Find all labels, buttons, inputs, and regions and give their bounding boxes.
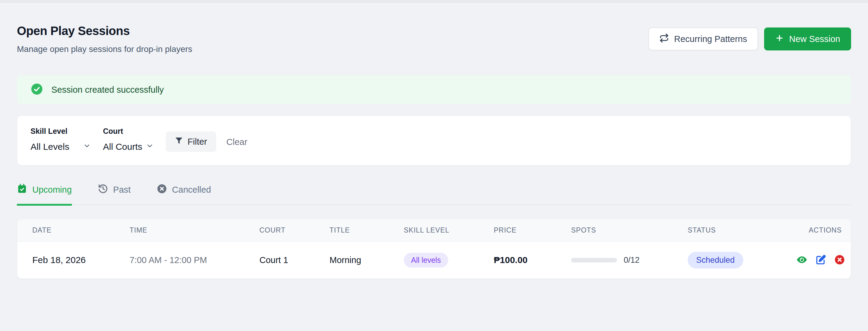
column-header-status: STATUS <box>688 226 797 234</box>
tab-cancelled-label: Cancelled <box>172 185 211 195</box>
spots-count: 0/12 <box>624 255 640 265</box>
main-content: Open Play Sessions Manage open play sess… <box>0 3 868 279</box>
session-tabs: Upcoming Past Cancelled <box>17 184 851 205</box>
court-label: Court <box>103 127 154 136</box>
court-field: Court All Courts <box>103 127 154 152</box>
cell-time: 7:00 AM - 12:00 PM <box>130 255 259 265</box>
court-value: All Courts <box>103 142 142 152</box>
recurring-patterns-label: Recurring Patterns <box>674 34 747 44</box>
spots-progress-bar <box>571 258 617 263</box>
tab-past[interactable]: Past <box>98 184 131 205</box>
table-row: Feb 18, 2026 7:00 AM - 12:00 PM Court 1 … <box>17 242 851 278</box>
calendar-check-icon <box>17 184 27 196</box>
table-header-row: DATE TIME COURT TITLE SKILL LEVEL PRICE … <box>17 219 851 242</box>
skill-level-value: All Levels <box>31 142 69 152</box>
clear-filters-link[interactable]: Clear <box>226 137 247 147</box>
skill-level-select[interactable]: All Levels <box>31 142 91 152</box>
skill-level-badge: All levels <box>404 253 448 268</box>
cell-title: Morning <box>330 255 404 265</box>
x-circle-icon <box>157 184 167 196</box>
column-header-actions: ACTIONS <box>797 226 842 234</box>
page-title: Open Play Sessions <box>17 24 192 38</box>
cancel-session-button[interactable] <box>835 254 845 266</box>
tab-upcoming-label: Upcoming <box>32 185 72 195</box>
history-icon <box>98 184 108 196</box>
cell-court: Court 1 <box>259 255 330 265</box>
tab-past-label: Past <box>113 185 131 195</box>
cell-actions <box>797 254 845 266</box>
skill-level-field: Skill Level All Levels <box>31 127 91 152</box>
new-session-label: New Session <box>789 34 840 44</box>
x-circle-red-icon <box>835 254 845 266</box>
chevron-down-icon <box>83 142 91 152</box>
eye-icon <box>797 254 807 266</box>
repeat-icon <box>659 33 669 45</box>
cell-price: ₱100.00 <box>494 255 571 265</box>
chevron-down-icon <box>146 142 154 152</box>
column-header-time: TIME <box>130 226 259 234</box>
funnel-icon <box>175 137 183 147</box>
tab-upcoming[interactable]: Upcoming <box>17 184 72 205</box>
column-header-date: DATE <box>32 226 130 234</box>
column-header-spots: SPOTS <box>571 226 688 234</box>
skill-level-label: Skill Level <box>31 127 91 136</box>
check-circle-icon <box>31 83 43 96</box>
alert-message: Session created successfully <box>51 85 164 95</box>
filter-button[interactable]: Filter <box>166 131 216 152</box>
column-header-skill-level: SKILL LEVEL <box>404 226 494 234</box>
status-badge: Scheduled <box>688 252 743 269</box>
cell-date: Feb 18, 2026 <box>32 255 130 265</box>
page-header-text: Open Play Sessions Manage open play sess… <box>17 24 192 54</box>
sessions-table: DATE TIME COURT TITLE SKILL LEVEL PRICE … <box>17 219 851 279</box>
edit-icon <box>816 254 826 266</box>
header-actions: Recurring Patterns New Session <box>648 28 851 51</box>
plus-icon <box>775 33 784 45</box>
column-header-price: PRICE <box>494 226 571 234</box>
recurring-patterns-button[interactable]: Recurring Patterns <box>648 28 758 51</box>
column-header-court: COURT <box>259 226 330 234</box>
edit-button[interactable] <box>816 254 826 266</box>
new-session-button[interactable]: New Session <box>764 28 851 51</box>
tab-cancelled[interactable]: Cancelled <box>157 184 211 205</box>
view-button[interactable] <box>797 254 807 266</box>
cell-spots: 0/12 <box>571 255 688 265</box>
court-select[interactable]: All Courts <box>103 142 154 152</box>
filter-card: Skill Level All Levels Court All Courts … <box>17 116 851 166</box>
filter-button-label: Filter <box>188 137 207 147</box>
success-alert: Session created successfully <box>17 75 851 104</box>
column-header-title: TITLE <box>330 226 404 234</box>
page-subtitle: Manage open play sessions for drop-in pl… <box>17 44 192 54</box>
page-header: Open Play Sessions Manage open play sess… <box>17 24 851 54</box>
top-strip <box>0 0 868 3</box>
